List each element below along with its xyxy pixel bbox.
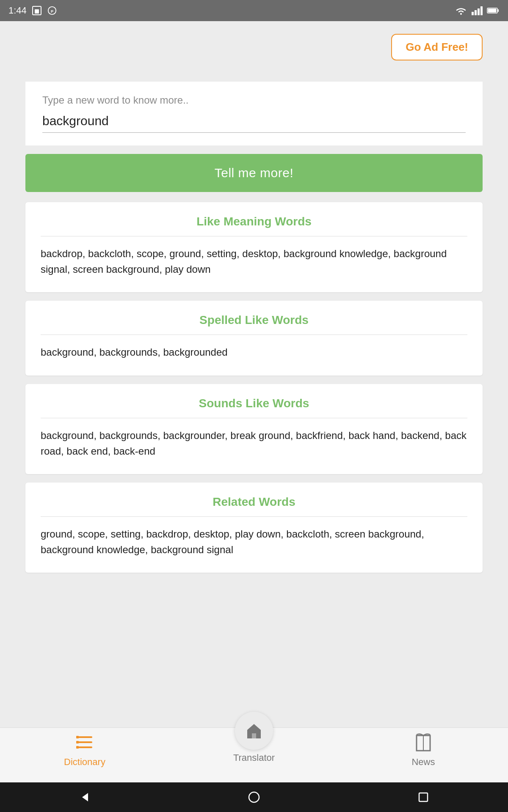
- book-icon: [412, 732, 434, 754]
- search-input[interactable]: [42, 114, 466, 133]
- translator-nav-label: Translator: [233, 752, 275, 763]
- spelled-like-content: background, backgrounds, backgrounded: [41, 344, 467, 360]
- sounds-like-content: background, backgrounds, backgrounder, b…: [41, 428, 467, 459]
- ad-free-button[interactable]: Go Ad Free!: [391, 34, 483, 60]
- related-words-divider: [41, 516, 467, 517]
- status-bar-left: 1:44 P: [8, 5, 57, 16]
- tell-more-button[interactable]: Tell me more!: [25, 154, 483, 192]
- related-words-card: Related Words ground, scope, setting, ba…: [25, 483, 483, 573]
- status-bar: 1:44 P: [0, 0, 508, 21]
- svg-text:P: P: [51, 9, 53, 14]
- system-nav-bar: [0, 782, 508, 812]
- spelled-like-card: Spelled Like Words background, backgroun…: [25, 301, 483, 375]
- sounds-like-card: Sounds Like Words background, background…: [25, 384, 483, 474]
- svg-point-21: [249, 792, 259, 802]
- svg-rect-7: [478, 8, 480, 15]
- bottom-nav: Dictionary Translator News: [0, 727, 508, 782]
- nav-item-news[interactable]: News: [398, 732, 449, 768]
- svg-rect-6: [475, 10, 477, 15]
- nav-item-translator[interactable]: Translator: [229, 724, 279, 763]
- recents-button[interactable]: [416, 790, 431, 805]
- list-icon: [74, 732, 96, 754]
- battery-icon: [487, 7, 500, 14]
- related-words-content: ground, scope, setting, backdrop, deskto…: [41, 526, 467, 557]
- like-meaning-card: Like Meaning Words backdrop, backcloth, …: [25, 202, 483, 292]
- spelled-like-title: Spelled Like Words: [41, 313, 467, 327]
- signal-icon: [472, 6, 483, 15]
- time-display: 1:44: [8, 5, 27, 16]
- like-meaning-divider: [41, 236, 467, 236]
- svg-rect-16: [76, 741, 79, 743]
- svg-rect-11: [488, 9, 497, 13]
- home-icon-container: [235, 712, 273, 750]
- svg-rect-15: [76, 736, 79, 738]
- sounds-like-divider: [41, 418, 467, 418]
- home-button[interactable]: [246, 790, 262, 805]
- like-meaning-content: backdrop, backcloth, scope, ground, sett…: [41, 246, 467, 277]
- spelled-like-divider: [41, 335, 467, 335]
- ad-free-container: Go Ad Free!: [25, 34, 483, 60]
- search-area: Type a new word to know more..: [25, 82, 483, 145]
- svg-rect-10: [497, 9, 499, 12]
- svg-rect-14: [77, 746, 92, 748]
- nav-item-dictionary[interactable]: Dictionary: [59, 732, 110, 768]
- svg-point-4: [460, 13, 462, 15]
- svg-rect-17: [76, 746, 79, 749]
- lastpass-icon: P: [47, 6, 57, 15]
- svg-rect-8: [480, 6, 483, 15]
- main-content: Go Ad Free! Type a new word to know more…: [0, 21, 508, 727]
- dictionary-nav-label: Dictionary: [64, 757, 105, 768]
- sim-card-icon: [32, 6, 42, 15]
- svg-rect-1: [35, 9, 39, 14]
- home-icon: [245, 721, 263, 740]
- svg-marker-20: [82, 793, 88, 801]
- wifi-icon: [455, 6, 467, 15]
- sounds-like-title: Sounds Like Words: [41, 397, 467, 410]
- like-meaning-title: Like Meaning Words: [41, 215, 467, 228]
- svg-rect-18: [252, 733, 256, 738]
- svg-rect-22: [419, 793, 428, 801]
- svg-rect-12: [77, 736, 92, 738]
- search-label: Type a new word to know more..: [42, 94, 466, 106]
- svg-rect-5: [472, 12, 474, 15]
- status-bar-right: [455, 6, 500, 15]
- news-nav-label: News: [411, 757, 435, 768]
- related-words-title: Related Words: [41, 495, 467, 509]
- back-button[interactable]: [77, 790, 92, 805]
- svg-rect-13: [77, 741, 92, 743]
